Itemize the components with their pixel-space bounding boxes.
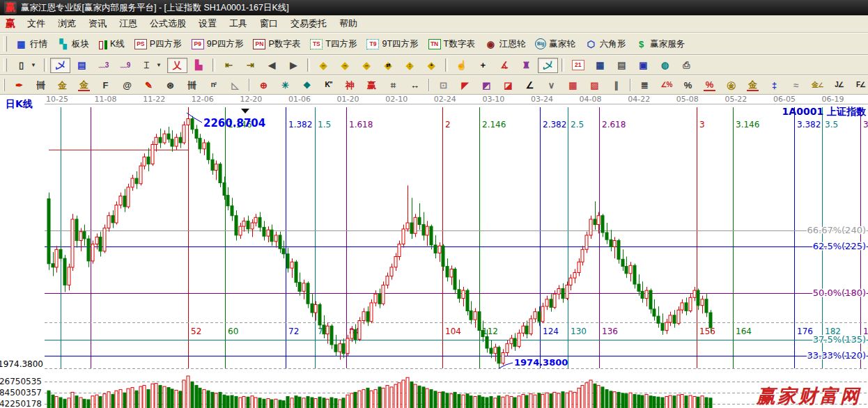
parallel-lines-tool[interactable]: ∥ xyxy=(606,77,626,93)
hexagon-button[interactable]: ⬡六角形 xyxy=(581,36,630,52)
scribble-blue-tool[interactable]: 乄 xyxy=(50,58,70,73)
titlebar[interactable]: 赢 赢家江恩专业版[赢家内部服务平台] - [上证指数 SH1A0001-167… xyxy=(0,0,868,15)
crosshair-tool[interactable]: + xyxy=(473,58,493,73)
price-scale-tool[interactable]: ≣ xyxy=(635,77,655,93)
percent-line-tool[interactable]: % xyxy=(699,77,720,93)
first-bar-button[interactable]: ⇤ xyxy=(219,58,239,73)
gann-web-box-tool[interactable]: ❖ xyxy=(297,77,317,93)
win-grid-tool[interactable]: 赢 xyxy=(362,77,382,93)
n-square-tool[interactable]: n² xyxy=(203,77,224,93)
diamond-swap-button[interactable]: ◆⇄ xyxy=(378,58,398,73)
sectors-button[interactable]: ▚板块 xyxy=(53,36,93,52)
menu-trade[interactable]: 交易委托 xyxy=(284,16,333,31)
menu-settings[interactable]: 设置 xyxy=(192,16,223,31)
toolbar-grip[interactable] xyxy=(3,58,7,72)
gann-web-tool[interactable]: ✳ xyxy=(275,77,295,93)
gann-line-tool[interactable]: 卌 xyxy=(31,77,51,93)
quotes-button[interactable]: ▦行情 xyxy=(11,36,52,52)
gann-line2-tool[interactable]: 卌 xyxy=(182,77,202,93)
v-wave-tool[interactable]: ∨ xyxy=(541,77,561,93)
fan-box-tool[interactable]: ◩ xyxy=(476,77,497,93)
kline-chart[interactable]: 10-2511-0811-2212-0612-2001-0601-2002-10… xyxy=(0,95,868,408)
k-note-tool[interactable]: K" xyxy=(318,77,339,93)
menu-tools[interactable]: 工具 xyxy=(223,16,254,31)
info-panel-button[interactable]: ▤ xyxy=(72,58,92,73)
diamond-vert-button[interactable]: ◆↕ xyxy=(400,58,420,73)
t-square-button[interactable]: TST四方形 xyxy=(306,36,361,52)
diamond-left-button[interactable]: ◆← xyxy=(313,58,334,73)
print-button[interactable]: ⎙ xyxy=(676,58,697,73)
calculator-button[interactable]: ▦ xyxy=(590,58,610,73)
menu-gann[interactable]: 江恩 xyxy=(113,16,144,31)
angle-ruler-tool-icon: ◺ xyxy=(229,79,241,91)
n-square-tool-icon: n² xyxy=(208,79,219,91)
angle-ruler-tool[interactable]: ◺ xyxy=(225,77,245,93)
kline-button[interactable]: K线 xyxy=(95,36,129,52)
menu-window[interactable]: 窗口 xyxy=(254,16,284,31)
percent-angle-tool[interactable]: ∠% xyxy=(656,77,676,93)
gold-circle-tool[interactable]: ㊎ xyxy=(721,77,741,93)
wave-3-tool[interactable]: ﹏3 xyxy=(93,58,114,73)
last-bar-button[interactable]: ⇥ xyxy=(240,58,261,73)
toolbar-grip[interactable] xyxy=(3,79,5,92)
p-number-button[interactable]: PNP数字表 xyxy=(249,36,304,52)
width-measure-tool[interactable]: ↔ xyxy=(405,77,425,93)
candle-style-dropdown[interactable]: ⌶▼ xyxy=(137,58,166,73)
chart-area[interactable]: 10-2511-0811-2212-0612-2001-0601-2002-10… xyxy=(0,95,868,408)
fan-box2-tool[interactable]: ◪ xyxy=(498,77,518,93)
spiral-tool[interactable]: @ xyxy=(117,77,137,93)
pen-mark-tool[interactable]: ‡ xyxy=(764,77,784,93)
web-button[interactable]: ◍ xyxy=(655,58,675,73)
red-grid-tool[interactable]: ▦ xyxy=(563,77,583,93)
period-style-dropdown[interactable]: ▯▼ xyxy=(11,58,40,73)
wave-curve-tool[interactable]: ≈ xyxy=(786,77,806,93)
brush-tool[interactable]: ✒ xyxy=(9,77,29,93)
angle-tool[interactable]: ∡ xyxy=(495,58,515,73)
diamond-right-button[interactable]: ◆→ xyxy=(335,58,355,73)
menu-browse[interactable]: 浏览 xyxy=(52,16,82,31)
p9-square-button[interactable]: P99P四方形 xyxy=(187,36,248,52)
next-bar-button[interactable]: ▶ xyxy=(284,58,304,73)
t-number-button[interactable]: TNT数字表 xyxy=(424,36,479,52)
winner-wheel-button[interactable]: Big赢家轮 xyxy=(531,36,580,52)
pattern-red-tool[interactable]: 乂 xyxy=(167,58,187,73)
red-grid-arrow-tool[interactable]: ▨ xyxy=(584,77,605,93)
scribble-teal-tool[interactable]: 乄 xyxy=(538,58,558,73)
wave-9-tool[interactable]: ﹏9 xyxy=(115,58,135,73)
toolbar-grip[interactable] xyxy=(3,36,7,52)
menu-formula-select[interactable]: 公式选股 xyxy=(144,16,192,31)
pencil-tool[interactable]: ✎ xyxy=(139,77,159,93)
box-curve-tool[interactable]: ⊡ xyxy=(433,77,454,93)
menu-help[interactable]: 帮助 xyxy=(333,16,364,31)
histogram-button[interactable]: ▙ xyxy=(189,58,209,73)
winner-service-button[interactable]: $赢家服务 xyxy=(631,36,689,52)
notes-button[interactable]: ▤ xyxy=(612,58,632,73)
target-circle-tool[interactable]: ⊕ xyxy=(254,77,274,93)
t9-square-button[interactable]: T99T四方形 xyxy=(362,36,422,52)
f-angle-tool[interactable]: F∠ xyxy=(851,77,868,93)
percent-tool[interactable]: % xyxy=(678,77,698,93)
gold-level-tool[interactable]: 金 xyxy=(743,77,763,93)
gold-grid-tool[interactable]: 金 xyxy=(52,77,72,93)
gann-wheel-button[interactable]: ◉江恩轮 xyxy=(481,36,530,52)
pan-hand-tool[interactable]: ☝ xyxy=(451,58,472,73)
ruler-123-tool[interactable]: ⌗ xyxy=(383,77,403,93)
red-fan-tool[interactable]: ◤ xyxy=(455,77,475,93)
width-measure-tool-icon: ↔ xyxy=(409,79,421,91)
calendar-button[interactable]: 21 xyxy=(568,58,589,72)
gold-angle-red-tool[interactable]: 金∠ xyxy=(807,77,828,93)
shen-grid-tool[interactable]: 神 xyxy=(340,77,360,93)
prev-bar-button[interactable]: ◀ xyxy=(262,58,282,73)
black-fan-tool[interactable]: ∠ xyxy=(520,77,540,93)
crown-tool[interactable]: ♜ xyxy=(516,58,536,73)
p-square-button[interactable]: PSP四方形 xyxy=(130,36,186,52)
f-grid-tool[interactable]: F xyxy=(95,77,116,93)
j-angle-tool[interactable]: J∠ xyxy=(829,77,849,93)
diamond-all-button[interactable]: ◆+ xyxy=(421,58,442,73)
diamond-both-button[interactable]: ◆↔ xyxy=(357,58,377,73)
menu-news[interactable]: 资讯 xyxy=(82,16,113,31)
gann-circle-tool[interactable]: ⊛ xyxy=(160,77,180,93)
gold-grid2-tool[interactable]: 金 xyxy=(74,77,94,93)
save-button[interactable]: ▣ xyxy=(633,58,653,73)
menu-file[interactable]: 文件 xyxy=(21,16,52,31)
